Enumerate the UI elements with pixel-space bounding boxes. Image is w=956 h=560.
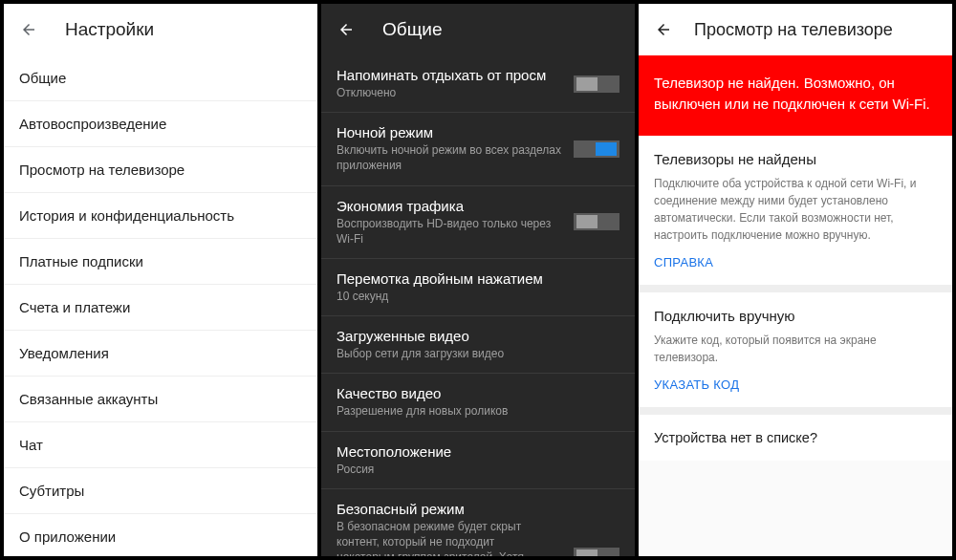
settings-list: Напоминать отдыхать от просм Отключено Н… [321,55,635,556]
page-title: Настройки [65,19,154,40]
setting-location[interactable]: Местоположение Россия [321,432,635,489]
back-arrow-icon[interactable] [337,20,356,39]
setting-double-tap-seek[interactable]: Перемотка двойным нажатием 10 секунд [321,259,635,316]
setting-downloads[interactable]: Загруженные видео Выбор сети для загрузк… [321,316,635,374]
list-item[interactable]: Общие [4,55,317,101]
setting-data-saver[interactable]: Экономия трафика Воспроизводить HD-видео… [321,186,635,259]
setting-remind-break[interactable]: Напоминать отдыхать от просм Отключено [321,55,635,113]
setting-title: Загруженные видео [337,328,619,344]
list-item[interactable]: Платные подписки [4,239,317,285]
setting-title: Перемотка двойным нажатием [337,270,619,287]
section-tvs-not-found: Телевизоры не найдены Подключите оба уст… [639,136,952,292]
list-item[interactable]: Связанные аккаунты [4,377,317,422]
section-device-missing[interactable]: Устройства нет в списке? [639,415,952,461]
enter-code-link[interactable]: УКАЗАТЬ КОД [654,377,937,392]
setting-subtitle: Россия [337,462,619,477]
setting-subtitle: Воспроизводить HD-видео только через Wi-… [337,216,566,247]
section-manual-connect: Подключить вручную Укажите код, который … [639,292,952,415]
setting-dark-mode[interactable]: Ночной режим Включить ночной режим во вс… [321,113,635,185]
list-item[interactable]: Счета и платежи [4,285,317,331]
list-item[interactable]: Чат [4,422,317,468]
section-title: Подключить вручную [654,308,937,324]
toggle-data-saver[interactable] [574,213,619,230]
back-arrow-icon[interactable] [654,20,673,39]
list-item[interactable]: Просмотр на телевизоре [4,147,317,193]
general-settings-screen: Общие Напоминать отдыхать от просм Отклю… [321,4,635,556]
setting-subtitle: 10 секунд [337,289,619,304]
setting-title: Ночной режим [337,124,566,140]
setting-subtitle: В безопасном режиме будет скрыт контент,… [337,519,528,556]
toggle-dark-mode[interactable] [574,140,619,158]
setting-title: Местоположение [337,443,619,460]
settings-screen: Настройки Общие Автовоспроизведение Прос… [4,4,317,556]
toggle-restricted-mode[interactable] [574,548,619,556]
setting-subtitle: Отключено [337,85,566,100]
setting-video-quality[interactable]: Качество видео Разрешение для новых роли… [321,374,635,431]
list-item[interactable]: Уведомления [4,331,317,377]
setting-title: Экономия трафика [337,198,566,214]
list-item[interactable]: История и конфиденциальность [4,193,317,239]
page-title: Просмотр на телевизоре [694,20,893,40]
settings-list: Общие Автовоспроизведение Просмотр на те… [4,55,317,556]
error-banner: Телевизор не найден. Возможно, он выключ… [639,55,952,136]
header: Просмотр на телевизоре [639,4,952,55]
setting-subtitle: Разрешение для новых роликов [337,403,619,419]
section-title: Устройства нет в списке? [654,430,937,445]
setting-subtitle: Выбор сети для загрузки видео [337,346,619,361]
section-title: Телевизоры не найдены [654,151,937,167]
section-body: Укажите код, который появится на экране … [654,332,937,366]
help-link[interactable]: СПРАВКА [654,255,937,269]
back-arrow-icon[interactable] [19,20,38,39]
list-item[interactable]: Автовоспроизведение [4,101,317,147]
setting-subtitle: Включить ночной режим во всех разделах п… [337,142,566,173]
setting-title: Напоминать отдыхать от просм [337,67,566,83]
list-item[interactable]: О приложении [4,514,317,556]
setting-title: Безопасный режим [337,501,566,517]
setting-title: Качество видео [337,385,619,401]
watch-on-tv-screen: Просмотр на телевизоре Телевизор не найд… [639,4,952,556]
setting-restricted-mode[interactable]: Безопасный режим В безопасном режиме буд… [321,489,635,556]
page-title: Общие [382,19,442,40]
header: Общие [321,4,635,55]
section-body: Подключите оба устройства к одной сети W… [654,175,937,244]
header: Настройки [4,4,317,55]
list-item[interactable]: Субтитры [4,468,317,514]
toggle-remind-break[interactable] [574,75,619,93]
